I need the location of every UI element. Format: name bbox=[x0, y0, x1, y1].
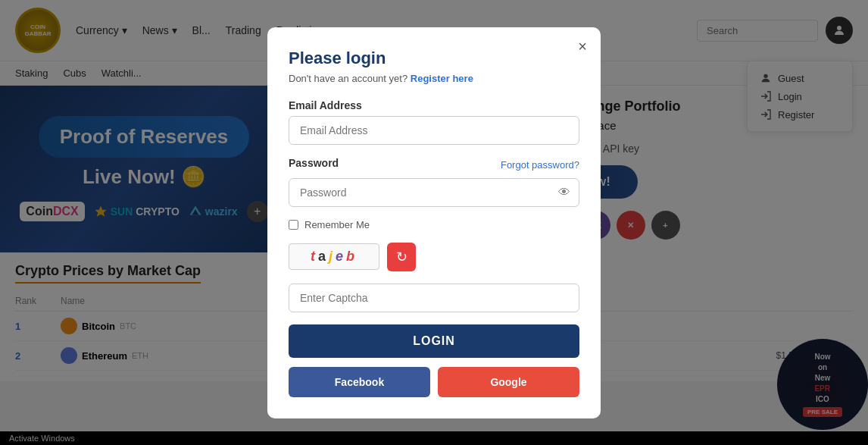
email-label: Email Address bbox=[289, 99, 579, 111]
remember-me-checkbox[interactable] bbox=[289, 220, 298, 230]
captcha-area: tajeb ↻ bbox=[289, 243, 579, 271]
remember-me-row: Remember Me bbox=[289, 219, 579, 230]
email-input[interactable] bbox=[289, 116, 579, 145]
forgot-password-link[interactable]: Forgot password? bbox=[501, 159, 579, 171]
modal-subtitle: Don't have an account yet? Register here bbox=[289, 73, 579, 84]
facebook-button[interactable]: Facebook bbox=[289, 367, 430, 397]
google-button[interactable]: Google bbox=[438, 367, 579, 397]
social-buttons: Facebook Google bbox=[289, 367, 579, 397]
modal-overlay[interactable]: × Please login Don't have an account yet… bbox=[0, 0, 868, 445]
captcha-refresh-button[interactable]: ↻ bbox=[387, 243, 416, 271]
modal-title: Please login bbox=[289, 49, 579, 68]
captcha-input[interactable] bbox=[289, 284, 579, 312]
remember-label: Remember Me bbox=[304, 219, 370, 230]
password-wrapper: 👁 bbox=[289, 178, 579, 207]
register-link[interactable]: Register here bbox=[411, 73, 473, 84]
close-button[interactable]: × bbox=[578, 38, 587, 55]
show-password-button[interactable]: 👁 bbox=[558, 186, 570, 199]
password-form-group: Password Forgot password? 👁 bbox=[289, 157, 579, 207]
login-button[interactable]: LOGIN bbox=[289, 324, 579, 358]
email-form-group: Email Address bbox=[289, 99, 579, 145]
captcha-input-group bbox=[289, 284, 579, 312]
password-row: Password Forgot password? bbox=[289, 157, 579, 174]
password-input[interactable] bbox=[289, 178, 579, 207]
password-label: Password bbox=[289, 157, 339, 169]
captcha-image: tajeb bbox=[289, 243, 379, 270]
login-modal: × Please login Don't have an account yet… bbox=[267, 27, 601, 418]
